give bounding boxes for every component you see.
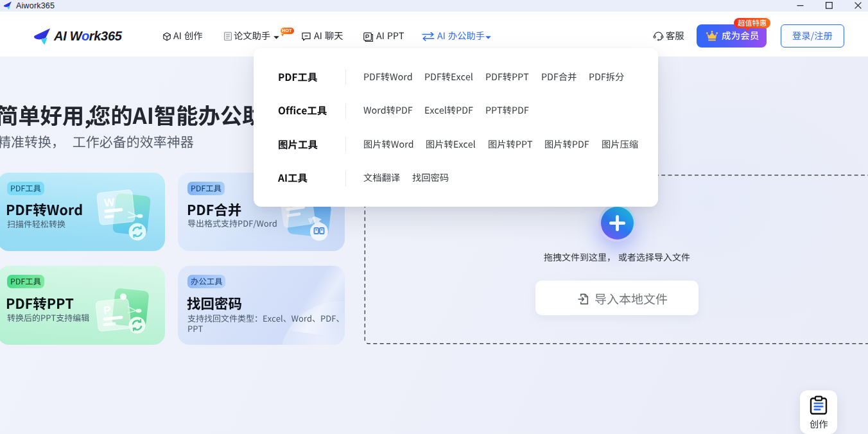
svg-text:W: W <box>103 196 116 209</box>
svg-text:P: P <box>103 304 111 317</box>
